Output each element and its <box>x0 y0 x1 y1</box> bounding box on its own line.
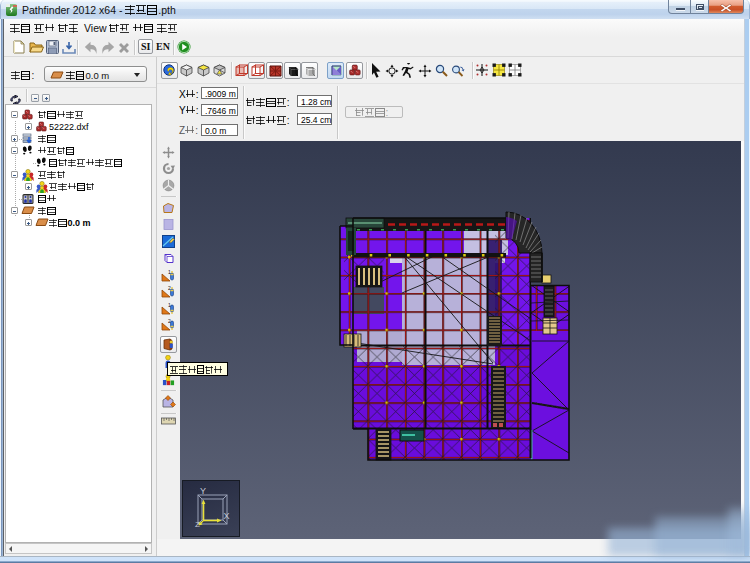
svg-text:2: 2 <box>168 285 171 291</box>
svg-text:1: 1 <box>168 269 171 275</box>
svg-text:X: X <box>224 511 230 521</box>
svg-text:2: 2 <box>168 318 171 324</box>
svg-text:1: 1 <box>168 302 171 308</box>
svg-text:Y: Y <box>200 486 206 496</box>
svg-text:Z: Z <box>195 520 200 529</box>
